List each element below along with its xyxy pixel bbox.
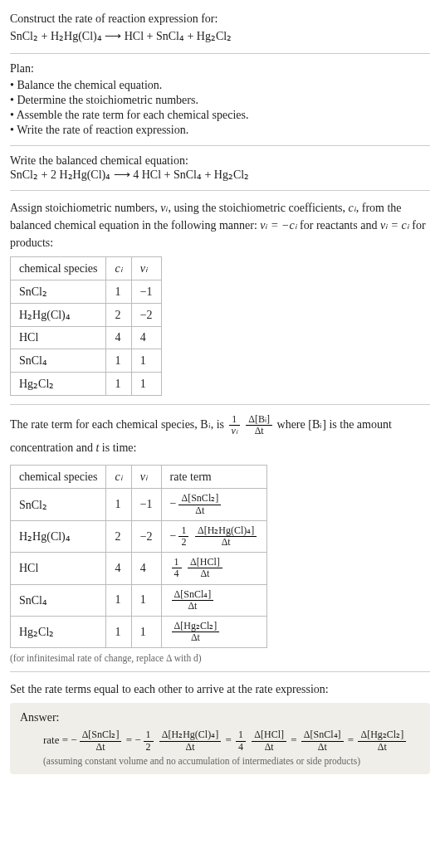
numerator: Δ[HCl] <box>188 557 222 568</box>
denominator: Δt <box>246 426 272 436</box>
answer-note: (assuming constant volume and no accumul… <box>20 756 420 766</box>
answer-equation: rate = −Δ[SnCl₂]Δt = −12 Δ[H₂Hg(Cl)₄]Δt … <box>20 729 420 752</box>
cell: 1 <box>106 616 131 647</box>
col-ci: cᵢ <box>106 257 131 280</box>
text: for reactants and <box>297 219 380 232</box>
cell-rateterm: 14 Δ[HCl]Δt <box>161 553 267 584</box>
fraction: Δ[SnCl₂]Δt <box>80 729 122 752</box>
table-header-row: chemical species cᵢ νᵢ <box>11 257 162 280</box>
numerator: 1 <box>172 557 182 568</box>
denominator: Δt <box>80 742 122 753</box>
numerator: Δ[H₂Hg(Cl)₄] <box>159 729 221 741</box>
table-row: SnCl₄ 1 1 Δ[SnCl₄]Δt <box>11 584 267 616</box>
answer-label: Answer: <box>20 711 420 724</box>
col-nui: νᵢ <box>131 466 161 489</box>
cell: 2 <box>106 520 131 552</box>
fraction: Δ[Hg₂Cl₂]Δt <box>358 729 406 752</box>
answer-box: Answer: rate = −Δ[SnCl₂]Δt = −12 Δ[H₂Hg(… <box>10 703 430 773</box>
balanced-heading: Write the balanced chemical equation: <box>10 154 188 167</box>
cell: −2 <box>131 520 161 552</box>
cell: SnCl₂ <box>11 489 106 520</box>
intro-equation: SnCl₂ + H₂Hg(Cl)₄ ⟶ HCl + SnCl₄ + Hg₂Cl₂ <box>10 30 232 42</box>
fraction: Δ[SnCl₄]Δt <box>301 729 344 752</box>
plan-heading: Plan: <box>10 62 34 75</box>
table-header-row: chemical species cᵢ νᵢ rate term <box>11 466 267 489</box>
cell: 4 <box>106 553 131 584</box>
cell: HCl <box>11 327 106 349</box>
plan-section: Plan: Balance the chemical equation. Det… <box>10 62 430 137</box>
denominator: Δt <box>188 568 222 579</box>
equals: = <box>348 734 357 746</box>
stoich-section: Assign stoichiometric numbers, νᵢ, using… <box>10 199 430 396</box>
cell: 1 <box>131 349 161 373</box>
fraction: Δ[SnCl₄]Δt <box>172 589 214 612</box>
plan-item: Assemble the rate term for each chemical… <box>10 109 430 122</box>
table-row: SnCl₂ 1 −1 −Δ[SnCl₂]Δt <box>11 489 267 520</box>
plan-list: Balance the chemical equation. Determine… <box>10 79 430 137</box>
sign: − <box>170 529 177 542</box>
cell: −1 <box>131 280 161 304</box>
denominator: Δt <box>178 505 221 516</box>
rateterm-section: The rate term for each chemical species,… <box>10 413 430 663</box>
rateterm-table: chemical species cᵢ νᵢ rate term SnCl₂ 1… <box>10 465 267 648</box>
numerator: Δ[SnCl₂] <box>80 729 122 741</box>
cell: SnCl₄ <box>11 584 106 616</box>
relation: νᵢ = −cᵢ <box>260 219 296 232</box>
text: Assign stoichiometric numbers, <box>10 202 160 214</box>
intro-line1: Construct the rate of reaction expressio… <box>10 12 218 25</box>
final-section: Set the rate terms equal to each other t… <box>10 680 430 773</box>
cell: 2 <box>106 304 131 327</box>
cell-rateterm: Δ[Hg₂Cl₂]Δt <box>161 616 267 647</box>
fraction: Δ[SnCl₂]Δt <box>178 493 221 515</box>
cell: Hg₂Cl₂ <box>11 373 106 396</box>
col-species: chemical species <box>11 257 106 280</box>
cell: 1 <box>106 373 131 396</box>
text: , using the stoichiometric coefficients, <box>168 202 348 214</box>
rateterm-note: (for infinitesimal rate of change, repla… <box>10 653 430 663</box>
text: is time: <box>99 441 136 454</box>
divider <box>10 190 430 191</box>
fraction: 1νᵢ <box>229 414 240 436</box>
final-heading: Set the rate terms equal to each other t… <box>10 680 430 698</box>
cell: 1 <box>131 584 161 616</box>
fraction: 12 <box>178 525 188 548</box>
col-ci: cᵢ <box>106 466 131 489</box>
denominator: Δt <box>252 742 286 753</box>
table-row: H₂Hg(Cl)₄ 2 −2 −12 Δ[H₂Hg(Cl)₄]Δt <box>11 520 267 552</box>
relation: νᵢ = cᵢ <box>380 219 409 232</box>
fraction: Δ[HCl]Δt <box>188 557 222 579</box>
sign: − <box>134 734 140 746</box>
denominator: 4 <box>236 742 246 753</box>
table-row: SnCl₂1−1 <box>11 280 162 304</box>
equals: = <box>126 734 135 746</box>
balanced-section: Write the balanced chemical equation: Sn… <box>10 154 430 182</box>
divider <box>10 53 430 54</box>
numerator: 1 <box>229 414 240 426</box>
cell: −1 <box>131 489 161 520</box>
balanced-equation: SnCl₂ + 2 H₂Hg(Cl)₄ ⟶ 4 HCl + SnCl₄ + Hg… <box>10 168 249 181</box>
cell: H₂Hg(Cl)₄ <box>11 520 106 552</box>
cell-rateterm: −Δ[SnCl₂]Δt <box>161 489 267 520</box>
rateterm-intro: The rate term for each chemical species,… <box>10 413 430 460</box>
divider <box>10 671 430 672</box>
plan-item: Write the rate of reaction expression. <box>10 124 430 137</box>
table-row: H₂Hg(Cl)₄2−2 <box>11 304 162 327</box>
cell: 1 <box>106 489 131 520</box>
numerator: Δ[H₂Hg(Cl)₄] <box>195 525 257 537</box>
stoich-table: chemical species cᵢ νᵢ SnCl₂1−1 H₂Hg(Cl)… <box>10 256 162 396</box>
fraction: 14 <box>236 729 246 752</box>
cell: HCl <box>11 553 106 584</box>
numerator: 1 <box>144 729 154 741</box>
table-row: SnCl₄11 <box>11 349 162 373</box>
col-rate: rate term <box>161 466 267 489</box>
text: The rate term for each chemical species,… <box>10 418 227 431</box>
fraction: 14 <box>172 557 182 579</box>
table-row: Hg₂Cl₂11 <box>11 373 162 396</box>
rate-label: rate = <box>43 734 71 746</box>
intro-section: Construct the rate of reaction expressio… <box>10 10 430 45</box>
denominator: 4 <box>172 568 182 579</box>
cell: 1 <box>106 584 131 616</box>
cell: SnCl₄ <box>11 349 106 373</box>
denominator: Δt <box>358 742 406 753</box>
plan-item: Balance the chemical equation. <box>10 79 430 92</box>
